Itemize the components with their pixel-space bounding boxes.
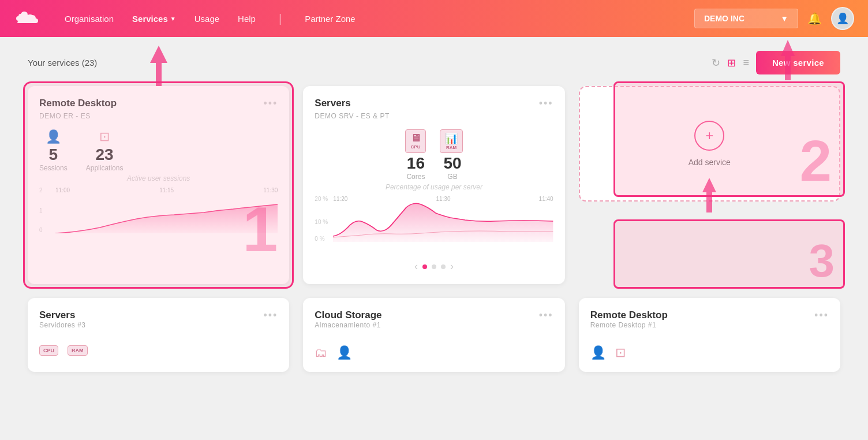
logo — [14, 8, 42, 29]
card-stats-1: 👤 5 Sessions ⊡ 23 Applications — [39, 129, 278, 172]
refresh-icon[interactable]: ↻ — [712, 57, 720, 69]
bottom-card-icons-3: 👤 ⊡ — [590, 345, 829, 360]
bottom-card-header-3: Remote Desktop Remote Desktop #1 ••• — [590, 310, 829, 338]
chart-area-1: 2 1 0 — [39, 187, 278, 245]
servers-card-2: Servers Servidores #3 ••• CPU RAM — [28, 298, 289, 372]
company-dropdown-icon: ▼ — [780, 14, 788, 23]
user-icon-small: 👤 — [336, 345, 352, 360]
card-description-1: Active user sessions — [39, 174, 278, 182]
nav-partner-zone[interactable]: Partner Zone — [305, 14, 356, 24]
bottom-card-title-3: Remote Desktop — [590, 310, 668, 321]
main-nav: Organisation Services ▼ Usage Help | Par… — [65, 12, 694, 25]
add-service-label: Add service — [689, 158, 731, 167]
new-service-button[interactable]: New service — [756, 51, 840, 74]
bottom-card-info-1: Servers Servidores #3 — [39, 310, 86, 338]
nav-services-container[interactable]: Services ▼ — [132, 14, 176, 24]
bottom-card-icons-1: CPU RAM — [39, 345, 278, 356]
bottom-card-menu-1[interactable]: ••• — [263, 310, 278, 338]
bottom-card-title-1: Servers — [39, 310, 86, 321]
nav-organisation[interactable]: Organisation — [65, 14, 114, 24]
sessions-label: Sessions — [39, 164, 68, 172]
y-label-2: 2 — [39, 187, 53, 193]
grid-view-icon[interactable]: ⊞ — [727, 57, 736, 69]
card-title-2: Servers — [315, 98, 350, 109]
dot-1[interactable] — [422, 264, 427, 269]
carousel-next[interactable]: › — [450, 260, 454, 273]
card-subtitle-1: DEMO ER - ES — [39, 112, 278, 120]
cpu-icon-box: 🖥 CPU — [405, 129, 426, 153]
services-grid: 1 Remote Desktop ••• DEMO ER - ES 👤 5 Se… — [28, 86, 840, 284]
nav-usage[interactable]: Usage — [194, 14, 219, 24]
servers-card: Servers ••• DEMO SRV - ES & PT 🖥 CPU 📊 R… — [303, 86, 564, 284]
gb-label: GB — [443, 173, 461, 181]
card-stats-2: 16 Cores 50 GB — [315, 155, 553, 181]
app-icon-rd: ⊡ — [615, 345, 626, 360]
main-content: Your services (23) ↻ ⊞ ≡ New service 1 R… — [0, 37, 868, 440]
user-avatar[interactable]: 👤 — [831, 7, 854, 30]
bottom-card-menu-2[interactable]: ••• — [539, 310, 553, 338]
applications-number: 23 — [86, 147, 124, 163]
carousel-dots: ‹ › — [315, 260, 553, 273]
company-name: DEMO INC — [704, 14, 744, 23]
servers-chart: 20 % 10 % 0 % — [315, 196, 553, 253]
gb-number: 50 — [443, 155, 461, 171]
bottom-card-subtitle-1: Servidores #3 — [39, 321, 86, 329]
nav-divider: | — [279, 12, 282, 25]
carousel-prev[interactable]: ‹ — [414, 260, 418, 273]
stat-gb: 50 GB — [443, 155, 461, 181]
add-icon: + — [705, 128, 713, 144]
bottom-card-subtitle-3: Remote Desktop #1 — [590, 321, 668, 329]
user-icon-rd: 👤 — [590, 345, 606, 360]
bell-icon[interactable]: 🔔 — [807, 12, 822, 25]
storage-icon: 🗂 — [315, 345, 327, 360]
bottom-card-icons-2: 🗂 👤 — [315, 345, 553, 360]
card-title-1: Remote Desktop — [39, 98, 117, 109]
app-icon: ⊡ — [86, 129, 124, 144]
sessions-number: 5 — [39, 147, 68, 163]
services-count-label: Your services (23) — [28, 58, 97, 68]
card-description-2: Percentage of usage per server — [315, 183, 553, 191]
user-icon: 👤 — [39, 129, 68, 144]
top-bar: Your services (23) ↻ ⊞ ≡ New service — [28, 51, 840, 74]
add-service-card[interactable]: + Add service — [579, 86, 840, 202]
cloud-storage-card: Cloud Storage Almacenamiento #1 ••• 🗂 👤 — [303, 298, 564, 372]
dot-2[interactable] — [432, 264, 436, 269]
cores-label: Cores — [406, 173, 425, 181]
avatar-image: 👤 — [836, 12, 849, 25]
card-subtitle-2: DEMO SRV - ES & PT — [315, 112, 553, 120]
remote-desktop-card: 1 Remote Desktop ••• DEMO ER - ES 👤 5 Se… — [28, 86, 289, 284]
stat-cores: 16 Cores — [406, 155, 425, 181]
stat-sessions: 👤 5 Sessions — [39, 129, 68, 172]
card-menu-1[interactable]: ••• — [263, 98, 278, 110]
bottom-card-header-2: Cloud Storage Almacenamiento #1 ••• — [315, 310, 553, 338]
add-service-column: 2 + Add service — [579, 86, 840, 284]
header-right: DEMO INC ▼ 🔔 👤 — [694, 7, 854, 30]
bottom-card-title-2: Cloud Storage — [315, 310, 381, 321]
ram-icon-small: RAM — [68, 345, 88, 356]
add-service-circle[interactable]: + — [694, 121, 724, 151]
card-header-2: Servers ••• — [315, 98, 553, 110]
stat-applications: ⊡ 23 Applications — [86, 129, 124, 172]
ram-icon-box: 📊 RAM — [440, 129, 463, 153]
nav-services[interactable]: Services — [132, 14, 168, 24]
y-label-0: 0 — [39, 227, 53, 233]
card-header-1: Remote Desktop ••• — [39, 98, 278, 110]
bottom-card-info-2: Cloud Storage Almacenamiento #1 — [315, 310, 381, 338]
list-view-icon[interactable]: ≡ — [743, 57, 749, 69]
bottom-card-header-1: Servers Servidores #3 ••• — [39, 310, 278, 338]
services-dropdown-icon: ▼ — [170, 16, 176, 22]
top-bar-right: ↻ ⊞ ≡ New service — [712, 51, 840, 74]
bottom-card-subtitle-2: Almacenamiento #1 — [315, 321, 381, 329]
company-selector[interactable]: DEMO INC ▼ — [694, 9, 798, 28]
bottom-services-grid: Servers Servidores #3 ••• CPU RAM Cloud … — [28, 298, 840, 372]
bottom-card-menu-3[interactable]: ••• — [814, 310, 829, 338]
hw-icons: 🖥 CPU 📊 RAM — [315, 129, 553, 153]
app-header: Organisation Services ▼ Usage Help | Par… — [0, 0, 868, 37]
cpu-icon-small: CPU — [39, 345, 58, 356]
bottom-card-info-3: Remote Desktop Remote Desktop #1 — [590, 310, 668, 338]
card-menu-2[interactable]: ••• — [539, 98, 553, 110]
y-label-1: 1 — [39, 207, 53, 214]
nav-help[interactable]: Help — [238, 14, 256, 24]
dot-3[interactable] — [441, 264, 446, 269]
cores-number: 16 — [406, 155, 425, 171]
